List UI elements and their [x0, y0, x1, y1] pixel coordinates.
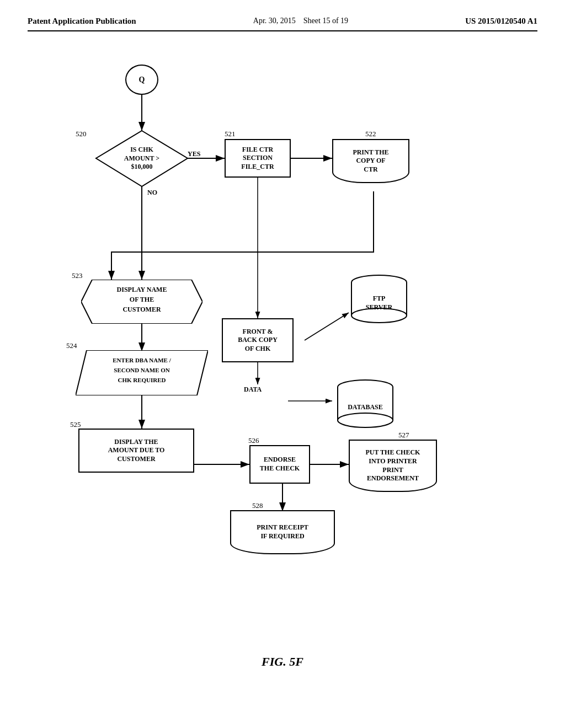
diamond-520-text: IS CHK AMOUNT > $10,000 [95, 130, 189, 188]
label-524: 524 [66, 341, 77, 350]
label-522: 522 [365, 130, 376, 138]
svg-text:SECOND NAME ON: SECOND NAME ON [114, 367, 170, 373]
svg-text:DATABASE: DATABASE [348, 403, 383, 411]
svg-line-11 [305, 313, 349, 340]
diamond-520: IS CHK AMOUNT > $10,000 [95, 130, 189, 188]
rect-525: DISPLAY THE AMOUNT DUE TO CUSTOMER [78, 429, 194, 473]
no-label: NO [147, 189, 157, 197]
svg-text:CHK REQUIRED: CHK REQUIRED [118, 377, 166, 383]
flowchart-diagram: Q IS CHK AMOUNT > $10,000 520 YES NO FIL… [34, 42, 531, 649]
cylinder-ftp: FTP SERVER [349, 274, 409, 324]
label-523: 523 [72, 271, 83, 280]
svg-text:CUSTOMER: CUSTOMER [122, 306, 161, 313]
doc-527: PUT THE CHECK INTO PRINTER PRINT ENDORSE… [349, 440, 437, 492]
label-521: 521 [225, 130, 236, 138]
label-528: 528 [252, 501, 263, 510]
parallelogram-524: ENTER DBA NAME / SECOND NAME ON CHK REQU… [76, 350, 208, 395]
yes-label: YES [188, 150, 200, 158]
terminal-q: Q [125, 65, 158, 95]
svg-text:ENTER DBA NAME /: ENTER DBA NAME / [113, 357, 171, 363]
page-header: Patent Application Publication Apr. 30, … [28, 17, 537, 31]
cylinder-database: DATABASE [335, 379, 396, 429]
rect-526: ENDORSE THE CHECK [249, 445, 310, 484]
header-left: Patent Application Publication [28, 17, 136, 26]
svg-point-34 [338, 413, 393, 427]
header-center: Apr. 30, 2015 Sheet 15 of 19 [253, 17, 348, 25]
doc-528: PRINT RECEIPT IF REQUIRED [230, 510, 335, 554]
label-520: 520 [76, 130, 87, 138]
label-527: 527 [398, 431, 409, 440]
svg-text:DISPLAY NAME: DISPLAY NAME [117, 286, 167, 293]
display-523: DISPLAY NAME OF THE CUSTOMER [81, 280, 202, 324]
label-526: 526 [248, 436, 259, 445]
header-right: US 2015/0120540 A1 [465, 17, 537, 26]
data-label: DATA [244, 386, 262, 394]
rect-521: FILE CTR SECTION FILE_CTR [225, 139, 291, 178]
doc-522: PRINT THE COPY OF CTR [332, 139, 409, 183]
label-525: 525 [70, 420, 81, 429]
svg-text:FTP: FTP [373, 295, 386, 302]
svg-text:OF THE: OF THE [130, 296, 154, 303]
svg-text:SERVER: SERVER [366, 303, 393, 311]
page: Patent Application Publication Apr. 30, … [0, 0, 565, 728]
rect-front-back: FRONT & BACK COPY OF CHK [222, 318, 294, 362]
figure-caption: FIG. 5F [28, 655, 537, 669]
